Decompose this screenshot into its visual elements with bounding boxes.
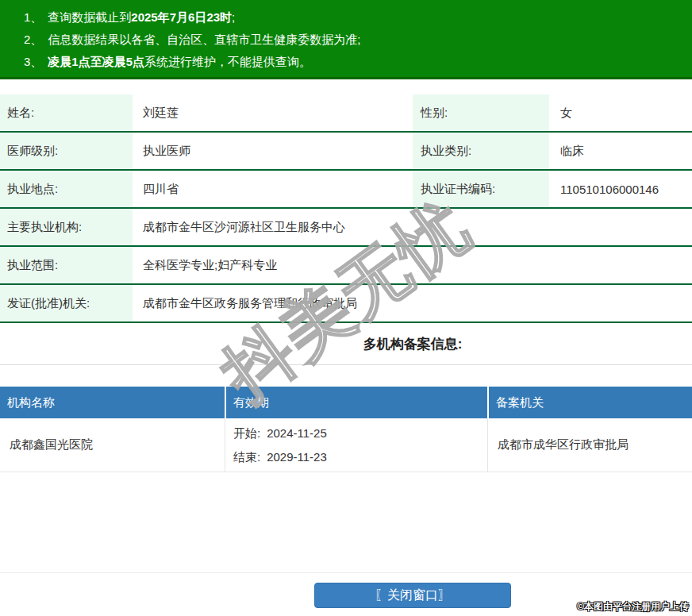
info-row-location-certificate: 执业地点: 四川省 执业证书编码: 110510106000146: [0, 171, 692, 209]
doctor-level-label: 医师级别:: [0, 133, 133, 169]
practitioner-query-result-page: 1、查询数据截止到2025年7月6日23时; 2、信息数据结果以各省、自治区、直…: [0, 0, 692, 616]
validity-start-label: 开始:: [233, 426, 260, 440]
practice-scope-value: 全科医学专业;妇产科专业: [133, 247, 692, 283]
practice-category-label: 执业类别:: [413, 133, 549, 169]
filing-col-institution-name: 机构名称: [0, 387, 225, 418]
certificate-number-value: 110510106000146: [549, 171, 692, 207]
notice-number: 3、: [24, 55, 42, 68]
filing-col-validity-period: 有效期: [225, 387, 487, 418]
notice-line-1: 1、查询数据截止到2025年7月6日23时;: [24, 6, 684, 29]
notice-text: ;: [232, 10, 235, 24]
validity-end-date: 2029-11-23: [267, 450, 327, 464]
notice-number: 2、: [24, 33, 42, 46]
practitioner-info-table: 姓名: 刘廷莲 性别: 女 医师级别: 执业医师 执业类别: 临床 执业地点: …: [0, 94, 692, 323]
close-window-button[interactable]: 〖关闭窗口〗: [314, 583, 511, 608]
certificate-number-label: 执业证书编码:: [413, 171, 549, 207]
validity-end: 结束:2029-11-23: [233, 445, 327, 469]
practice-location-label: 执业地点:: [0, 171, 133, 207]
practice-scope-label: 执业范围:: [0, 247, 133, 283]
notice-text: 查询数据截止到: [48, 10, 131, 24]
validity-end-label: 结束:: [233, 450, 260, 464]
validity-start-date: 2024-11-25: [267, 426, 327, 440]
section-title: 多机构备案信息:: [133, 323, 692, 364]
gender-value: 女: [549, 94, 692, 131]
validity-start: 开始:2024-11-25: [233, 422, 327, 445]
gender-label: 性别:: [413, 94, 549, 131]
doctor-level-value: 执业医师: [133, 133, 413, 169]
notice-text-bold: 凌晨1点至凌晨5点: [48, 55, 144, 68]
filing-table: 机构名称 有效期 备案机关 成都鑫国光医院 开始:2024-11-25 结束:2…: [0, 387, 692, 472]
notice-line-3: 3、凌晨1点至凌晨5点系统进行维护，不能提供查询。: [24, 51, 684, 73]
practice-location-value: 四川省: [133, 171, 413, 207]
spacer: [0, 365, 692, 387]
practice-category-value: 临床: [549, 133, 692, 169]
copyright-watermark: ©本图由平台注册用户上传: [577, 600, 689, 614]
notice-text: 系统进行维护，不能提供查询。: [144, 55, 311, 68]
filing-authority-value: 成都市成华区行政审批局: [487, 418, 692, 472]
issuing-authority-label: 发证(批准)机关:: [0, 285, 133, 321]
notice-line-2: 2、信息数据结果以各省、自治区、直辖市卫生健康委数据为准;: [24, 29, 684, 51]
notice-banner: 1、查询数据截止到2025年7月6日23时; 2、信息数据结果以各省、自治区、直…: [0, 0, 692, 79]
validity-period-cell: 开始:2024-11-25 结束:2029-11-23: [225, 418, 487, 472]
info-row-practice-scope: 执业范围: 全科医学专业;妇产科专业: [0, 247, 692, 285]
filing-col-filing-authority: 备案机关: [487, 387, 692, 418]
notice-text: 信息数据结果以各省、自治区、直辖市卫生健康委数据为准;: [48, 33, 360, 46]
info-row-issuing-authority: 发证(批准)机关: 成都市金牛区政务服务管理和行政审批局: [0, 285, 692, 323]
notice-text-bold: 2025年7月6日23时: [131, 10, 232, 24]
filing-table-row: 成都鑫国光医院 开始:2024-11-25 结束:2029-11-23 成都市成…: [0, 418, 692, 472]
info-row-name-gender: 姓名: 刘廷莲 性别: 女: [0, 94, 692, 133]
info-row-main-institution: 主要执业机构: 成都市金牛区沙河源社区卫生服务中心: [0, 209, 692, 247]
issuing-authority-value: 成都市金牛区政务服务管理和行政审批局: [133, 285, 692, 321]
info-row-level-category: 医师级别: 执业医师 执业类别: 临床: [0, 133, 692, 171]
notice-number: 1、: [24, 10, 42, 24]
institution-name-value: 成都鑫国光医院: [0, 418, 225, 472]
filing-table-header: 机构名称 有效期 备案机关: [0, 387, 692, 418]
multi-institution-section: 多机构备案信息:: [0, 323, 692, 365]
name-label: 姓名:: [0, 94, 133, 131]
main-institution-label: 主要执业机构:: [0, 209, 133, 245]
name-value: 刘廷莲: [133, 94, 413, 131]
main-institution-value: 成都市金牛区沙河源社区卫生服务中心: [133, 209, 692, 245]
bottom-spacer: [0, 472, 692, 573]
